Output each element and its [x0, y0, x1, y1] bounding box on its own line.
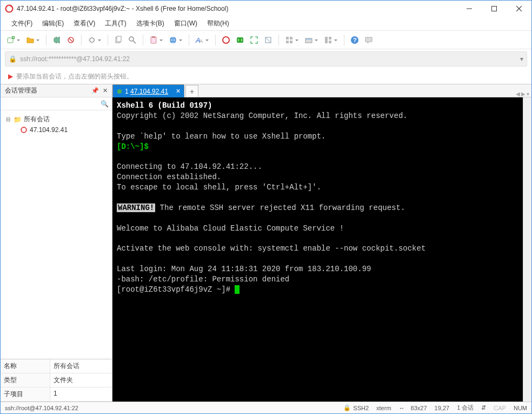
terminal-scrollbar[interactable] — [523, 97, 531, 402]
svg-text:?: ? — [353, 37, 357, 43]
new-session-button[interactable] — [5, 34, 17, 46]
menubar: 文件(F) 编辑(E) 查看(V) 工具(T) 选项卡(B) 窗口(W) 帮助(… — [1, 17, 531, 31]
separator — [215, 35, 216, 45]
tab-active[interactable]: 1 47.104.92.41 ✕ — [112, 84, 184, 97]
svg-rect-31 — [325, 37, 328, 43]
svg-rect-30 — [305, 38, 312, 40]
session-tree: ⊟ 📁 所有会话 47.104.92.41 — [1, 110, 112, 359]
svg-point-21 — [223, 37, 229, 43]
window-title: 47.104.92.41 - root@iZ6t33vpf46j9vZ:~ - … — [17, 5, 457, 12]
prop-row-children: 子项目1 — [1, 387, 112, 402]
menu-edit[interactable]: 编辑(E) — [38, 17, 68, 30]
help-button[interactable]: ? — [349, 34, 361, 46]
status-cap: CAP — [494, 405, 506, 411]
status-term: xterm — [376, 405, 391, 411]
signal-icon: ⇵ — [481, 404, 486, 411]
menu-view[interactable]: 查看(V) — [69, 17, 99, 30]
lock-icon: 🔒 — [9, 55, 17, 63]
properties-button[interactable] — [86, 34, 98, 46]
size-icon: ↔ — [399, 405, 405, 411]
separator — [46, 35, 46, 45]
disconnect-button[interactable] — [65, 34, 77, 46]
svg-rect-13 — [117, 36, 121, 42]
globe-button[interactable] — [167, 34, 179, 46]
window-titlebar: 47.104.92.41 - root@iZ6t33vpf46j9vZ:~ - … — [1, 1, 531, 17]
info-hint-text: 要添加当前会话，点击左侧的箭头按钮。 — [16, 72, 133, 81]
svg-rect-17 — [152, 36, 155, 38]
feedback-button[interactable] — [363, 34, 375, 46]
pin-button[interactable]: 📌 — [90, 86, 100, 96]
svg-rect-33 — [329, 41, 331, 43]
info-hint-bar: ▶ 要添加当前会话，点击左侧的箭头按钮。 — [1, 69, 531, 84]
menu-window[interactable]: 窗口(W) — [170, 17, 202, 30]
property-grid: 名称所有会话 类型文件夹 子项目1 — [1, 359, 112, 402]
tree-session-label: 47.104.92.41 — [30, 126, 68, 134]
svg-rect-27 — [286, 41, 289, 43]
status-bar: ssh://root@47.104.92.41:22 🔒SSH2 xterm ↔… — [1, 402, 531, 413]
font-button[interactable]: AA — [194, 34, 205, 46]
address-text: ssh://root:***********@47.104.92.41:22 — [20, 55, 520, 63]
copy-button[interactable] — [112, 34, 124, 46]
cascade-button[interactable] — [303, 34, 315, 46]
address-bar[interactable]: 🔒 ssh://root:***********@47.104.92.41:22… — [5, 51, 527, 67]
tab-label: 47.104.92.41 — [130, 88, 168, 95]
menu-file[interactable]: 文件(F) — [7, 17, 37, 30]
panel-close-button[interactable]: ✕ — [100, 86, 110, 96]
prop-row-type: 类型文件夹 — [1, 373, 112, 387]
session-search-input[interactable] — [4, 100, 101, 108]
menu-tools[interactable]: 工具(T) — [101, 17, 130, 30]
xagent-button[interactable] — [220, 34, 232, 46]
menu-tabs[interactable]: 选项卡(B) — [132, 17, 169, 30]
fullscreen-button[interactable] — [248, 34, 260, 46]
terminal-output[interactable]: Xshell 6 (Build 0197) Copyright (c) 2002… — [112, 97, 523, 402]
open-button[interactable] — [24, 34, 36, 46]
prop-row-name: 名称所有会话 — [1, 359, 112, 373]
separator — [108, 35, 108, 45]
menu-help[interactable]: 帮助(H) — [203, 17, 234, 30]
lock-icon: 🔒 — [343, 404, 351, 411]
tab-bar: 1 47.104.92.41 ✕ + ◀ ▶ ▾ — [112, 84, 531, 97]
panel-title: 会话管理器 — [5, 86, 90, 95]
folder-icon: 📁 — [14, 116, 22, 123]
tab-add-button[interactable]: + — [185, 85, 198, 97]
separator — [278, 35, 279, 45]
scroll-lock-button[interactable] — [262, 34, 274, 46]
tree-session-item[interactable]: 47.104.92.41 — [3, 125, 110, 135]
find-button[interactable] — [127, 34, 138, 46]
tab-next-button[interactable]: ▶ — [521, 91, 526, 97]
layout-button[interactable] — [322, 34, 334, 46]
app-icon — [5, 4, 14, 13]
separator — [344, 35, 344, 45]
svg-line-15 — [133, 41, 136, 43]
svg-line-10 — [69, 38, 72, 42]
tab-close-button[interactable]: ✕ — [176, 88, 181, 95]
svg-line-24 — [265, 37, 271, 43]
flag-icon: ▶ — [8, 73, 13, 80]
status-pos: 19,27 — [435, 405, 450, 411]
tab-prev-button[interactable]: ◀ — [516, 91, 520, 97]
svg-rect-32 — [329, 37, 331, 40]
separator — [189, 35, 189, 45]
status-protocol: SSH2 — [353, 405, 369, 411]
maximize-button[interactable] — [482, 1, 507, 17]
svg-point-14 — [129, 37, 134, 41]
status-size: 83x27 — [411, 405, 427, 411]
address-dropdown-icon[interactable]: ▾ — [520, 55, 523, 63]
svg-rect-2 — [492, 6, 497, 11]
paste-button[interactable] — [148, 34, 159, 46]
minimize-button[interactable] — [457, 1, 482, 17]
collapse-icon[interactable]: ⊟ — [5, 116, 11, 122]
status-dot-icon — [117, 89, 122, 94]
close-button[interactable] — [507, 1, 531, 17]
session-icon — [20, 126, 28, 134]
search-icon: 🔍 — [101, 100, 109, 108]
terminal-cursor — [235, 285, 240, 294]
tile-button[interactable] — [283, 34, 295, 46]
svg-text:A: A — [200, 38, 203, 44]
tree-root-all-sessions[interactable]: ⊟ 📁 所有会话 — [3, 114, 110, 125]
session-search[interactable]: 🔍 — [1, 97, 112, 110]
reconnect-button[interactable] — [51, 34, 63, 46]
xftp-button[interactable] — [234, 34, 246, 46]
tab-list-button[interactable]: ▾ — [527, 91, 529, 97]
svg-rect-28 — [290, 41, 292, 43]
